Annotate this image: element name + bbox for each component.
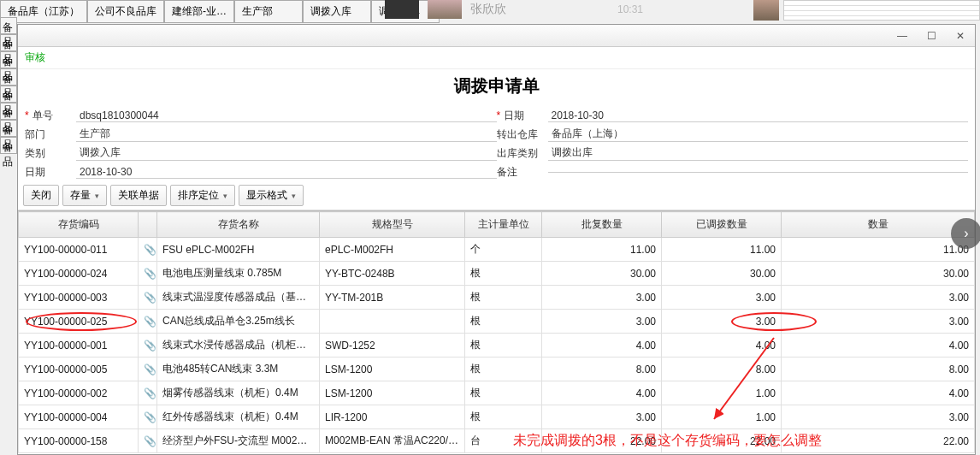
cell: YY100-00000-005 [19, 358, 139, 381]
attachment-icon[interactable]: 📎 [139, 429, 157, 453]
side-tab[interactable]: 备品 [0, 17, 17, 34]
field-value[interactable] [548, 172, 969, 173]
qty-cell: 3.00 [782, 310, 975, 334]
bg-tab[interactable]: 生产部 [234, 0, 303, 23]
qty-cell: 30.00 [662, 262, 782, 286]
attachment-icon[interactable]: 📎 [139, 262, 157, 286]
qty-cell: 3.00 [542, 310, 662, 334]
cell: 电池485转CAN线束 3.3M [157, 358, 320, 381]
field-value[interactable]: dbsq1810300044 [76, 109, 497, 122]
cell: YY100-00000-158 [19, 429, 139, 453]
attachment-icon[interactable]: 📎 [139, 310, 157, 334]
annotation-text: 未完成调拨的3根，不是这个存货编码，要怎么调整 [513, 432, 822, 450]
cell: YY100-00000-003 [19, 286, 139, 310]
wechat-icon [385, 0, 419, 19]
table-row[interactable]: YY100-00000-005📎电池485转CAN线束 3.3MLSM-1200… [19, 358, 975, 381]
maximize-button[interactable]: ☐ [917, 27, 946, 44]
column-header[interactable]: 存货名称 [157, 212, 320, 238]
table-row[interactable]: YY100-00000-011📎FSU ePLC-M002FHePLC-M002… [19, 238, 975, 262]
cell: FSU ePLC-M002FH [157, 238, 320, 262]
field-value[interactable]: 备品库（上海） [548, 127, 969, 142]
cell: 根 [465, 286, 542, 310]
cell: YY-BTC-0248B [320, 262, 465, 286]
cell: CAN总线成品单仓3.25m线长 [157, 310, 320, 334]
column-header[interactable]: 批复数量 [542, 212, 662, 238]
qty-cell: 3.00 [782, 405, 975, 429]
field-value[interactable]: 调拨出库 [548, 145, 969, 161]
scroll-right-hint[interactable]: › [951, 218, 980, 249]
table-row[interactable]: YY100-00000-001📎线束式水浸传感器成品（机柜…SWD-1252根4… [19, 334, 975, 358]
attachment-icon[interactable]: 📎 [139, 381, 157, 405]
toolbar-format-button[interactable]: 显示格式 [239, 185, 304, 206]
bg-tab[interactable]: 建维部-业… [164, 0, 234, 23]
cell: 根 [465, 334, 542, 358]
qty-cell: 3.00 [542, 286, 662, 310]
qty-cell: 11.00 [782, 238, 975, 262]
column-header[interactable]: 数量 [782, 212, 975, 238]
qty-cell: 4.00 [782, 381, 975, 405]
qty-cell: 1.00 [662, 381, 782, 405]
attachment-icon[interactable]: 📎 [139, 286, 157, 310]
attachment-icon[interactable]: 📎 [139, 238, 157, 262]
qty-cell: 8.00 [542, 358, 662, 381]
field-value[interactable]: 2018-10-30 [548, 109, 969, 122]
background-side-tabs: 备品 备品 备品 备品 备品 备品 备品 备品 [0, 17, 17, 154]
grid-header-row: 存货编码存货名称规格型号主计量单位批复数量已调拨数量数量 [19, 212, 975, 238]
table-row[interactable]: YY100-00000-025📎CAN总线成品单仓3.25m线长根3.003.0… [19, 310, 975, 334]
table-row[interactable]: YY100-00000-158📎经济型户外FSU-交流型 M002…M002MB… [19, 429, 975, 453]
column-header[interactable]: 已调拨数量 [662, 212, 782, 238]
qty-cell: 8.00 [662, 358, 782, 381]
attachment-icon[interactable]: 📎 [139, 334, 157, 358]
bg-tab[interactable]: 调拨入库 [303, 0, 371, 23]
field-label: 日期 [25, 165, 76, 180]
close-button[interactable]: ✕ [946, 27, 975, 44]
cell: LSM-1200 [320, 358, 465, 381]
column-header[interactable]: 主计量单位 [465, 212, 542, 238]
field-value[interactable]: 调拨入库 [76, 145, 497, 161]
bg-tab[interactable]: 公司不良品库 [87, 0, 164, 23]
grid-toolbar: 关闭 存量 关联单据 排序定位 显示格式 [18, 181, 975, 210]
attachment-icon[interactable]: 📎 [139, 405, 157, 429]
table-row[interactable]: YY100-00000-002📎烟雾传感器线束（机柜）0.4MLSM-1200根… [19, 381, 975, 405]
toolbar-stock-button[interactable]: 存量 [62, 185, 107, 206]
cell: 根 [465, 262, 542, 286]
qty-cell: 4.00 [782, 334, 975, 358]
qty-cell: 3.00 [662, 310, 782, 334]
table-row[interactable]: YY100-00000-003📎线束式温湿度传感器成品（基…YY-TM-201B… [19, 286, 975, 310]
header-field: *日期2018-10-30 [497, 106, 969, 125]
field-label: 类别 [25, 146, 76, 161]
field-value[interactable]: 2018-10-30 [76, 166, 497, 179]
cell: SWD-1252 [320, 334, 465, 358]
toolbar-close-button[interactable]: 关闭 [23, 185, 59, 206]
cell: 电池电压测量线束 0.785M [157, 262, 320, 286]
user-name: 张欣欣 [470, 2, 506, 17]
header-field: 出库类别调拨出库 [497, 144, 969, 162]
approve-link[interactable]: 审核 [25, 51, 45, 63]
cell: LIR-1200 [320, 405, 465, 429]
photo-thumb [428, 0, 462, 19]
toolbar-assoc-button[interactable]: 关联单据 [110, 185, 167, 206]
attachment-icon[interactable]: 📎 [139, 358, 157, 381]
cell: ePLC-M002FH [320, 238, 465, 262]
cell [320, 310, 465, 334]
table-row[interactable]: YY100-00000-004📎红外传感器线束（机柜）0.4MLIR-1200根… [19, 405, 975, 429]
items-grid: 存货编码存货名称规格型号主计量单位批复数量已调拨数量数量 YY100-00000… [18, 210, 975, 453]
table-row[interactable]: YY100-00000-024📎电池电压测量线束 0.785MYY-BTC-02… [19, 262, 975, 286]
field-value[interactable]: 生产部 [76, 127, 497, 142]
header-right-column: *日期2018-10-30转出仓库备品库（上海）出库类别调拨出库备注 [497, 106, 969, 181]
column-header[interactable]: 规格型号 [320, 212, 465, 238]
cell: 烟雾传感器线束（机柜）0.4M [157, 381, 320, 405]
toolbar-sort-button[interactable]: 排序定位 [170, 185, 235, 206]
minimize-button[interactable]: — [888, 27, 917, 44]
cell: YY100-00000-002 [19, 381, 139, 405]
field-label: *日期 [497, 109, 548, 123]
field-label: *单号 [25, 109, 76, 123]
column-header[interactable] [139, 212, 157, 238]
document-title: 调拨申请单 [18, 69, 975, 106]
transfer-request-window: — ☐ ✕ 审核 调拨申请单 *单号dbsq1810300044部门生产部类别调… [17, 24, 976, 455]
qty-cell: 1.00 [662, 405, 782, 429]
taskbar-time: 10:31 [617, 3, 643, 15]
column-header[interactable]: 存货编码 [19, 212, 139, 238]
qty-cell: 8.00 [782, 358, 975, 381]
field-label: 出库类别 [497, 146, 548, 161]
